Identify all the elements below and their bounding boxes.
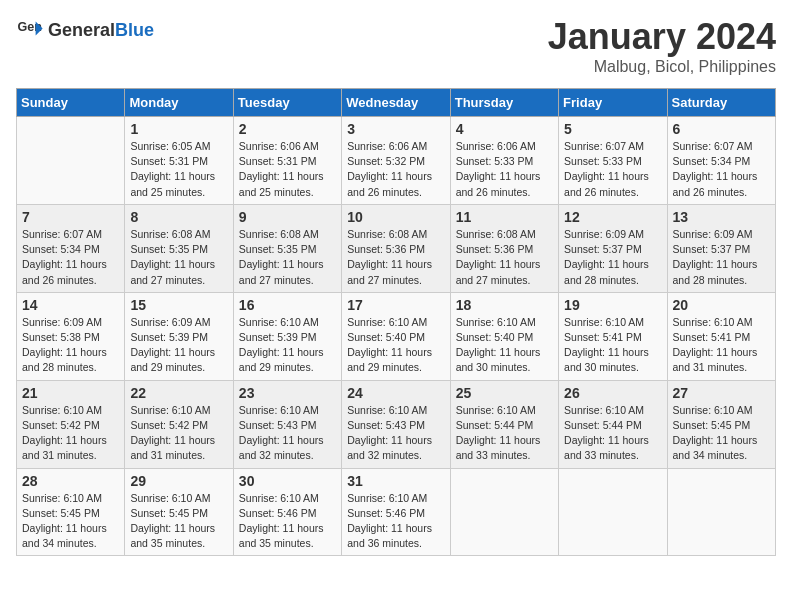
day-number: 18 (456, 297, 553, 313)
calendar-cell: 12Sunrise: 6:09 AM Sunset: 5:37 PM Dayli… (559, 204, 667, 292)
day-number: 11 (456, 209, 553, 225)
day-info: Sunrise: 6:07 AM Sunset: 5:34 PM Dayligh… (22, 227, 119, 288)
day-number: 7 (22, 209, 119, 225)
day-info: Sunrise: 6:10 AM Sunset: 5:40 PM Dayligh… (347, 315, 444, 376)
weekday-header-saturday: Saturday (667, 89, 775, 117)
day-number: 1 (130, 121, 227, 137)
logo: Gen GeneralBlue (16, 16, 154, 44)
day-number: 19 (564, 297, 661, 313)
day-number: 5 (564, 121, 661, 137)
day-number: 13 (673, 209, 770, 225)
calendar-cell: 17Sunrise: 6:10 AM Sunset: 5:40 PM Dayli… (342, 292, 450, 380)
calendar-cell: 21Sunrise: 6:10 AM Sunset: 5:42 PM Dayli… (17, 380, 125, 468)
title-area: January 2024 Malbug, Bicol, Philippines (548, 16, 776, 76)
day-info: Sunrise: 6:09 AM Sunset: 5:37 PM Dayligh… (564, 227, 661, 288)
day-info: Sunrise: 6:06 AM Sunset: 5:31 PM Dayligh… (239, 139, 336, 200)
calendar-cell: 23Sunrise: 6:10 AM Sunset: 5:43 PM Dayli… (233, 380, 341, 468)
calendar-cell: 15Sunrise: 6:09 AM Sunset: 5:39 PM Dayli… (125, 292, 233, 380)
weekday-header-thursday: Thursday (450, 89, 558, 117)
day-number: 6 (673, 121, 770, 137)
calendar-cell: 18Sunrise: 6:10 AM Sunset: 5:40 PM Dayli… (450, 292, 558, 380)
day-info: Sunrise: 6:10 AM Sunset: 5:46 PM Dayligh… (239, 491, 336, 552)
day-info: Sunrise: 6:10 AM Sunset: 5:45 PM Dayligh… (130, 491, 227, 552)
weekday-header-wednesday: Wednesday (342, 89, 450, 117)
day-number: 31 (347, 473, 444, 489)
calendar-cell: 25Sunrise: 6:10 AM Sunset: 5:44 PM Dayli… (450, 380, 558, 468)
calendar-cell: 22Sunrise: 6:10 AM Sunset: 5:42 PM Dayli… (125, 380, 233, 468)
calendar-cell: 3Sunrise: 6:06 AM Sunset: 5:32 PM Daylig… (342, 117, 450, 205)
day-number: 15 (130, 297, 227, 313)
day-number: 27 (673, 385, 770, 401)
weekday-header-sunday: Sunday (17, 89, 125, 117)
header: Gen GeneralBlue January 2024 Malbug, Bic… (16, 16, 776, 76)
calendar-cell: 9Sunrise: 6:08 AM Sunset: 5:35 PM Daylig… (233, 204, 341, 292)
day-info: Sunrise: 6:09 AM Sunset: 5:37 PM Dayligh… (673, 227, 770, 288)
week-row-3: 14Sunrise: 6:09 AM Sunset: 5:38 PM Dayli… (17, 292, 776, 380)
day-number: 10 (347, 209, 444, 225)
day-number: 2 (239, 121, 336, 137)
month-title: January 2024 (548, 16, 776, 58)
day-number: 25 (456, 385, 553, 401)
day-info: Sunrise: 6:10 AM Sunset: 5:45 PM Dayligh… (673, 403, 770, 464)
day-info: Sunrise: 6:08 AM Sunset: 5:35 PM Dayligh… (239, 227, 336, 288)
logo-text-blue: Blue (115, 20, 154, 40)
weekday-header-row: SundayMondayTuesdayWednesdayThursdayFrid… (17, 89, 776, 117)
day-number: 24 (347, 385, 444, 401)
calendar-cell: 4Sunrise: 6:06 AM Sunset: 5:33 PM Daylig… (450, 117, 558, 205)
day-number: 22 (130, 385, 227, 401)
calendar-cell: 1Sunrise: 6:05 AM Sunset: 5:31 PM Daylig… (125, 117, 233, 205)
day-info: Sunrise: 6:10 AM Sunset: 5:41 PM Dayligh… (564, 315, 661, 376)
calendar-cell: 16Sunrise: 6:10 AM Sunset: 5:39 PM Dayli… (233, 292, 341, 380)
calendar-cell: 27Sunrise: 6:10 AM Sunset: 5:45 PM Dayli… (667, 380, 775, 468)
calendar-cell: 6Sunrise: 6:07 AM Sunset: 5:34 PM Daylig… (667, 117, 775, 205)
calendar-cell: 28Sunrise: 6:10 AM Sunset: 5:45 PM Dayli… (17, 468, 125, 556)
calendar-table: SundayMondayTuesdayWednesdayThursdayFrid… (16, 88, 776, 556)
day-info: Sunrise: 6:08 AM Sunset: 5:36 PM Dayligh… (347, 227, 444, 288)
day-number: 20 (673, 297, 770, 313)
logo-icon: Gen (16, 16, 44, 44)
day-number: 3 (347, 121, 444, 137)
calendar-cell: 14Sunrise: 6:09 AM Sunset: 5:38 PM Dayli… (17, 292, 125, 380)
calendar-cell: 7Sunrise: 6:07 AM Sunset: 5:34 PM Daylig… (17, 204, 125, 292)
day-info: Sunrise: 6:05 AM Sunset: 5:31 PM Dayligh… (130, 139, 227, 200)
day-number: 28 (22, 473, 119, 489)
calendar-cell (17, 117, 125, 205)
day-info: Sunrise: 6:10 AM Sunset: 5:40 PM Dayligh… (456, 315, 553, 376)
calendar-cell: 26Sunrise: 6:10 AM Sunset: 5:44 PM Dayli… (559, 380, 667, 468)
day-number: 9 (239, 209, 336, 225)
day-info: Sunrise: 6:10 AM Sunset: 5:39 PM Dayligh… (239, 315, 336, 376)
calendar-cell: 2Sunrise: 6:06 AM Sunset: 5:31 PM Daylig… (233, 117, 341, 205)
calendar-cell: 31Sunrise: 6:10 AM Sunset: 5:46 PM Dayli… (342, 468, 450, 556)
day-info: Sunrise: 6:10 AM Sunset: 5:44 PM Dayligh… (564, 403, 661, 464)
day-number: 21 (22, 385, 119, 401)
week-row-1: 1Sunrise: 6:05 AM Sunset: 5:31 PM Daylig… (17, 117, 776, 205)
calendar-cell: 24Sunrise: 6:10 AM Sunset: 5:43 PM Dayli… (342, 380, 450, 468)
week-row-4: 21Sunrise: 6:10 AM Sunset: 5:42 PM Dayli… (17, 380, 776, 468)
day-info: Sunrise: 6:07 AM Sunset: 5:34 PM Dayligh… (673, 139, 770, 200)
calendar-cell: 20Sunrise: 6:10 AM Sunset: 5:41 PM Dayli… (667, 292, 775, 380)
day-info: Sunrise: 6:10 AM Sunset: 5:46 PM Dayligh… (347, 491, 444, 552)
calendar-cell: 19Sunrise: 6:10 AM Sunset: 5:41 PM Dayli… (559, 292, 667, 380)
day-number: 26 (564, 385, 661, 401)
day-info: Sunrise: 6:10 AM Sunset: 5:43 PM Dayligh… (347, 403, 444, 464)
day-info: Sunrise: 6:10 AM Sunset: 5:44 PM Dayligh… (456, 403, 553, 464)
logo-text-general: General (48, 20, 115, 40)
day-info: Sunrise: 6:10 AM Sunset: 5:42 PM Dayligh… (130, 403, 227, 464)
day-number: 30 (239, 473, 336, 489)
day-info: Sunrise: 6:06 AM Sunset: 5:32 PM Dayligh… (347, 139, 444, 200)
day-info: Sunrise: 6:08 AM Sunset: 5:35 PM Dayligh… (130, 227, 227, 288)
day-number: 16 (239, 297, 336, 313)
day-number: 29 (130, 473, 227, 489)
day-info: Sunrise: 6:07 AM Sunset: 5:33 PM Dayligh… (564, 139, 661, 200)
day-number: 14 (22, 297, 119, 313)
calendar-cell: 13Sunrise: 6:09 AM Sunset: 5:37 PM Dayli… (667, 204, 775, 292)
day-info: Sunrise: 6:08 AM Sunset: 5:36 PM Dayligh… (456, 227, 553, 288)
day-info: Sunrise: 6:10 AM Sunset: 5:42 PM Dayligh… (22, 403, 119, 464)
day-number: 4 (456, 121, 553, 137)
calendar-cell: 11Sunrise: 6:08 AM Sunset: 5:36 PM Dayli… (450, 204, 558, 292)
calendar-cell: 29Sunrise: 6:10 AM Sunset: 5:45 PM Dayli… (125, 468, 233, 556)
day-info: Sunrise: 6:09 AM Sunset: 5:38 PM Dayligh… (22, 315, 119, 376)
day-info: Sunrise: 6:09 AM Sunset: 5:39 PM Dayligh… (130, 315, 227, 376)
week-row-2: 7Sunrise: 6:07 AM Sunset: 5:34 PM Daylig… (17, 204, 776, 292)
day-number: 23 (239, 385, 336, 401)
